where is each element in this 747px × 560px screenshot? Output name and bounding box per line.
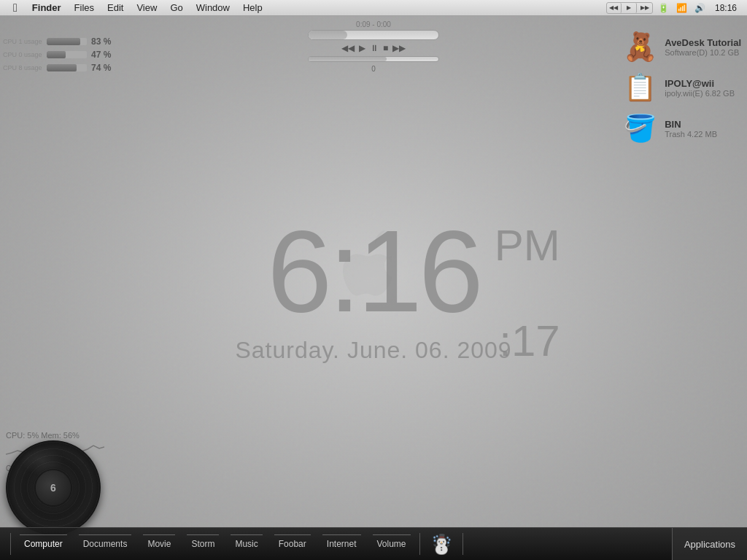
dock-sep-end bbox=[462, 533, 463, 555]
cpu-bar-bg-0 bbox=[47, 38, 87, 45]
vinyl-number: 6 bbox=[50, 482, 56, 494]
transport-play[interactable]: ▶ bbox=[622, 3, 637, 13]
icon-avedesk[interactable]: 🧸 AveDesk Tutorial Software(D) 10.2 GB bbox=[622, 29, 741, 64]
media-forward[interactable]: ▶▶ bbox=[392, 43, 406, 53]
transport-group[interactable]: ◀◀ ▶ ▶▶ bbox=[606, 2, 653, 14]
cpu-bar-fill-0 bbox=[47, 38, 80, 45]
vinyl-record: 6 bbox=[6, 440, 101, 535]
dock-item-documents[interactable]: Documents bbox=[73, 534, 138, 553]
clock-seconds: :17 bbox=[499, 316, 560, 366]
media-volume-fill bbox=[309, 57, 387, 61]
cpu-bar-fill-2 bbox=[47, 64, 77, 71]
dock-item-movie[interactable]: Movie bbox=[137, 534, 181, 553]
cpu-row-2: CPU 8 usage 74 % bbox=[3, 63, 116, 73]
icon-avedesk-subtitle: Software(D) 10.2 GB bbox=[665, 48, 741, 57]
clock-time-container: 6:16 PM :17 bbox=[267, 213, 479, 330]
cpu-label-0: CPU 1 usage bbox=[3, 38, 47, 45]
menubar-right: ◀◀ ▶ ▶▶ 🔋 📶 🔊 18:16 bbox=[606, 2, 747, 14]
icon-avedesk-text: AveDesk Tutorial Software(D) 10.2 GB bbox=[665, 37, 741, 57]
clock-widget: 6:16 PM :17 Saturday. June. 06. 2009 bbox=[235, 213, 511, 364]
cpu-row-0: CPU 1 usage 83 % bbox=[3, 36, 116, 47]
cpu-bar-bg-2 bbox=[47, 64, 87, 71]
dock-item-internet[interactable]: Internet bbox=[317, 534, 367, 553]
media-counter: 0 bbox=[301, 65, 446, 73]
media-progress-fill bbox=[309, 31, 347, 39]
dock-applications-button[interactable]: Applications bbox=[672, 528, 747, 560]
icon-ipoly-title: IPOLY@wii bbox=[665, 78, 735, 89]
icon-bin-subtitle: Trash 4.22 MB bbox=[665, 130, 717, 139]
bin-icon: 🪣 bbox=[622, 111, 657, 146]
vinyl-label: 6 bbox=[36, 470, 71, 505]
media-progress-bar[interactable] bbox=[308, 30, 439, 40]
media-rewind[interactable]: ◀◀ bbox=[341, 43, 355, 53]
cpu-bar-bg-1 bbox=[47, 51, 87, 58]
menubar-window[interactable]: Window bbox=[190, 1, 236, 15]
status-icon-1: 🔋 bbox=[656, 3, 671, 13]
sys-cpu-mem: CPU: 5% Mem: 56% bbox=[6, 431, 104, 440]
transport-rewind[interactable]: ◀◀ bbox=[607, 3, 622, 13]
cpu-row-1: CPU 0 usage 47 % bbox=[3, 50, 116, 60]
media-widget: 0:09 - 0:00 ◀◀ ▶ ⏸ ■ ▶▶ 0 bbox=[301, 20, 446, 73]
bear-icon: 🧸 bbox=[622, 29, 657, 64]
cpu-label-2: CPU 8 usage bbox=[3, 64, 47, 71]
cpu-pct-0: 83 % bbox=[91, 36, 111, 47]
media-time-display: 0:09 - 0:00 bbox=[301, 20, 446, 28]
icon-ipoly-text: IPOLY@wii ipoly.wii(E) 6.82 GB bbox=[665, 78, 735, 98]
dock-item-computer[interactable]: Computer bbox=[14, 534, 73, 553]
status-icon-2: 📶 bbox=[674, 3, 689, 13]
cpu-label-1: CPU 0 usage bbox=[3, 51, 47, 58]
cpu-pct-1: 47 % bbox=[91, 50, 111, 60]
dock-mascot: ☃️ bbox=[423, 528, 460, 561]
apple-menu[interactable]:  bbox=[6, 1, 25, 15]
menubar-help[interactable]: Help bbox=[237, 1, 268, 15]
icon-avedesk-title: AveDesk Tutorial bbox=[665, 37, 741, 48]
icon-bin-text: BIN Trash 4.22 MB bbox=[665, 119, 717, 139]
menubar-view[interactable]: View bbox=[131, 1, 163, 15]
icon-ipoly-subtitle: ipoly.wii(E) 6.82 GB bbox=[665, 89, 735, 98]
media-pause[interactable]: ⏸ bbox=[370, 43, 379, 53]
clock-ampm: PM bbox=[495, 220, 560, 271]
dock-item-music[interactable]: Music bbox=[225, 534, 268, 553]
transport-forward[interactable]: ▶▶ bbox=[638, 3, 652, 13]
dock-sep-mid bbox=[419, 533, 420, 555]
icon-ipoly[interactable]: 📋 IPOLY@wii ipoly.wii(E) 6.82 GB bbox=[622, 70, 741, 105]
media-prev[interactable]: ▶ bbox=[359, 43, 365, 53]
dock-item-foobar[interactable]: Foobar bbox=[268, 534, 317, 553]
media-controls: ◀◀ ▶ ⏸ ■ ▶▶ bbox=[301, 43, 446, 53]
menubar-files[interactable]: Files bbox=[69, 1, 100, 15]
cpu-widget: CPU 1 usage 83 % CPU 0 usage 47 % CPU 8 … bbox=[3, 36, 116, 76]
mascot-icon: ☃️ bbox=[430, 533, 453, 556]
media-stop[interactable]: ■ bbox=[383, 43, 388, 53]
dock-item-storm[interactable]: Storm bbox=[181, 534, 225, 553]
dock: Computer Documents Movie Storm Music Foo… bbox=[0, 527, 747, 560]
dock-item-volume[interactable]: Volume bbox=[367, 534, 417, 553]
menubar-time: 18:16 bbox=[711, 3, 741, 13]
menubar-finder[interactable]: Finder bbox=[26, 1, 67, 15]
cpu-pct-2: 74 % bbox=[91, 63, 111, 73]
menubar-go[interactable]: Go bbox=[164, 1, 188, 15]
status-icon-3: 🔊 bbox=[692, 3, 708, 13]
clock-date: Saturday. June. 06. 2009 bbox=[235, 337, 511, 364]
menubar:  Finder Files Edit View Go Window Help … bbox=[0, 0, 747, 16]
icon-bin-title: BIN bbox=[665, 119, 717, 130]
menubar-edit[interactable]: Edit bbox=[101, 1, 129, 15]
icon-bin[interactable]: 🪣 BIN Trash 4.22 MB bbox=[622, 111, 741, 146]
ipoly-icon: 📋 bbox=[622, 70, 657, 105]
dock-sep-start bbox=[10, 533, 11, 555]
cpu-bar-fill-1 bbox=[47, 51, 66, 58]
desktop-icons: 🧸 AveDesk Tutorial Software(D) 10.2 GB 📋… bbox=[622, 29, 741, 146]
clock-time: 6:16 bbox=[267, 213, 479, 330]
menubar-left:  Finder Files Edit View Go Window Help bbox=[0, 1, 268, 15]
dock-items: Computer Documents Movie Storm Music Foo… bbox=[0, 528, 672, 561]
media-volume-bar[interactable] bbox=[308, 56, 439, 62]
